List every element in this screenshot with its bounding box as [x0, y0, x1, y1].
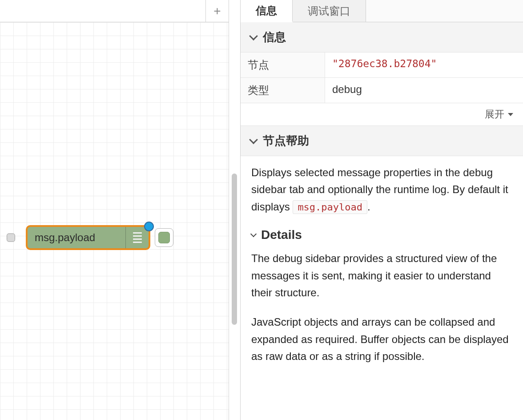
- help-paragraph-1: Displays selected message properties in …: [251, 164, 512, 215]
- flow-tab-bar: +: [0, 0, 229, 22]
- info-key-type: 类型: [241, 78, 325, 103]
- debug-toggle-indicator: [158, 232, 170, 243]
- info-val-type: debug: [325, 78, 523, 103]
- expand-row: 展开: [241, 103, 523, 126]
- debug-toggle-button[interactable]: [155, 228, 173, 247]
- unsaved-change-indicator: [144, 222, 154, 231]
- debug-icon: [125, 227, 149, 248]
- info-section-header[interactable]: 信息: [241, 22, 523, 52]
- details-paragraph-2: JavaScript objects and arrays can be col…: [251, 314, 512, 365]
- info-val-node-id: "2876ec38.b27804": [325, 52, 523, 77]
- help-section-header[interactable]: 节点帮助: [241, 126, 523, 156]
- canvas-pane: + msg.payload: [0, 0, 229, 420]
- pane-divider[interactable]: [229, 0, 241, 420]
- details-title: Details: [261, 228, 302, 242]
- sidebar: 信息 调试窗口 信息 节点 "2876ec38.b27804" 类型 debug…: [241, 0, 523, 420]
- sidebar-tabs: 信息 调试窗口: [241, 0, 523, 22]
- help-body: Displays selected message properties in …: [241, 156, 523, 386]
- chevron-down-icon: [249, 135, 258, 144]
- details-paragraph-1: The debug sidebar provides a structured …: [251, 250, 512, 301]
- info-key-node: 节点: [241, 52, 325, 77]
- expand-label: 展开: [485, 108, 504, 121]
- tab-debug[interactable]: 调试窗口: [293, 0, 366, 22]
- tab-info[interactable]: 信息: [241, 0, 293, 22]
- chevron-down-icon: [250, 231, 257, 237]
- chevron-down-icon: [249, 32, 258, 40]
- help-p1-text-a: Displays selected message properties in …: [251, 166, 508, 213]
- scrollbar-thumb[interactable]: [232, 174, 237, 325]
- node-input-port[interactable]: [7, 234, 15, 242]
- code-msg-payload: msg.payload: [293, 200, 367, 214]
- caret-down-icon: [508, 113, 513, 116]
- help-p1-text-b: .: [367, 201, 370, 213]
- expand-button[interactable]: 展开: [485, 108, 513, 121]
- add-flow-button[interactable]: +: [205, 0, 229, 22]
- help-section-title: 节点帮助: [263, 133, 309, 149]
- details-header[interactable]: Details: [251, 228, 512, 242]
- flow-canvas[interactable]: msg.payload: [0, 22, 229, 420]
- info-row-node: 节点 "2876ec38.b27804": [241, 52, 523, 78]
- info-section-title: 信息: [263, 29, 286, 45]
- info-row-type: 类型 debug: [241, 78, 523, 103]
- app-root: + msg.payload 信息 调试窗口: [0, 0, 523, 420]
- node-label: msg.payload: [28, 231, 125, 244]
- debug-node[interactable]: msg.payload: [26, 225, 150, 250]
